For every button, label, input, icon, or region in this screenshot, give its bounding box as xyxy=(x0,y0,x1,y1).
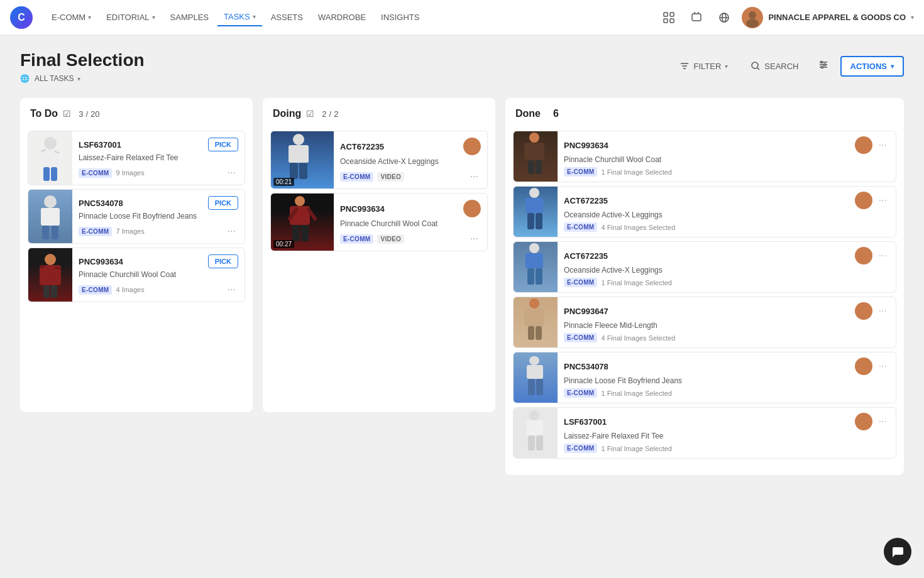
svg-rect-35 xyxy=(43,285,50,298)
nav-editorial[interactable]: EDITORIAL ▾ xyxy=(100,9,161,26)
todo-column: To Do ☑ 3 / 20 xyxy=(20,98,253,412)
tune-icon-btn[interactable] xyxy=(814,55,833,77)
svg-point-13 xyxy=(752,62,758,68)
done-card-1[interactable]: PNC993634 ··· Pinnacle Churchill Wool Co… xyxy=(513,131,896,182)
chevron-down-icon: ▾ xyxy=(88,14,91,21)
nav-ecomm[interactable]: E-COMM ▾ xyxy=(45,9,97,26)
svg-rect-62 xyxy=(536,326,542,340)
svg-rect-38 xyxy=(289,145,309,163)
page-header: Final Selection 🌐 ALL TASKS ▾ FILTER ▾ S… xyxy=(20,50,904,83)
check-icon[interactable]: ☑ xyxy=(306,109,314,119)
todo-card-3[interactable]: PNC993634 PICK Pinnacle Churchill Wool C… xyxy=(28,248,245,302)
card-footer: E-COMM VIDEO ··· xyxy=(340,232,481,246)
more-options-icon[interactable]: ··· xyxy=(225,224,238,238)
video-duration: 00:27 xyxy=(273,240,294,248)
product-image xyxy=(28,131,72,185)
done-card-5[interactable]: PNC534078 ··· Pinnacle Loose Fit Boyfrie… xyxy=(513,352,896,403)
svg-rect-54 xyxy=(536,213,542,229)
nav-tasks[interactable]: TASKS ▾ xyxy=(217,8,262,26)
doing-card-1[interactable]: 00:21 ACT672235 Oceanside Active-X Leggi… xyxy=(270,131,488,189)
nav-assets[interactable]: ASSETS xyxy=(265,9,309,26)
card-meta: 9 Images xyxy=(116,169,144,177)
all-tasks-button[interactable]: 🌐 ALL TASKS ▾ xyxy=(20,74,145,83)
notification-icon-btn[interactable] xyxy=(686,8,707,28)
card-id: LSF637001 xyxy=(79,140,121,150)
more-options-icon[interactable]: ··· xyxy=(876,139,889,151)
avatar xyxy=(855,247,872,264)
more-options-icon[interactable]: ··· xyxy=(225,166,238,180)
chevron-down-icon: ▾ xyxy=(77,75,80,82)
done-card-6[interactable]: LSF637001 ··· Laissez-Faire Relaxed Fit … xyxy=(513,407,896,459)
more-options-icon[interactable]: ··· xyxy=(876,195,889,206)
pick-button[interactable]: PICK xyxy=(208,196,238,210)
card-meta: 4 Images xyxy=(116,286,144,293)
grid-icon-btn[interactable] xyxy=(659,8,679,28)
done-card-name: Oceanside Active-X Leggings xyxy=(564,210,889,219)
done-card-2[interactable]: ACT672235 ··· Oceanside Active-X Legging… xyxy=(513,186,896,237)
ecomm-badge: E-COMM xyxy=(564,278,597,287)
pick-button[interactable]: PICK xyxy=(208,254,238,268)
nav-wardrobe[interactable]: WARDROBE xyxy=(312,9,372,26)
done-card-body: ACT672235 ··· Oceanside Active-X Legging… xyxy=(558,242,896,292)
svg-rect-3 xyxy=(670,19,674,23)
svg-rect-51 xyxy=(529,188,539,198)
filter-button[interactable]: FILTER ▾ xyxy=(672,57,735,75)
card-id: ACT672235 xyxy=(340,142,384,151)
done-card-body: PNC534078 ··· Pinnacle Loose Fit Boyfrie… xyxy=(558,352,896,403)
globe-icon-btn[interactable] xyxy=(714,8,734,28)
page-title: Final Selection xyxy=(20,50,145,70)
done-card-4[interactable]: PNC993647 ··· Pinnacle Fleece Mid-Length… xyxy=(513,297,896,348)
avatar xyxy=(855,357,872,375)
card-name: Oceanside Active-X Leggings xyxy=(340,157,481,166)
svg-rect-61 xyxy=(528,326,534,340)
avatar xyxy=(463,138,481,155)
doing-card-2[interactable]: 00:27 PNC993634 Pinnacle Churchill Wool … xyxy=(270,193,488,251)
done-card-image xyxy=(514,297,558,347)
todo-col-header: To Do ☑ 3 / 20 xyxy=(20,98,253,127)
search-button[interactable]: SEARCH xyxy=(743,57,806,75)
chevron-down-icon: ▾ xyxy=(152,14,155,21)
done-card-meta: 4 Final Images Selected xyxy=(601,224,675,231)
more-options-icon[interactable]: ··· xyxy=(468,170,481,183)
page-content: Final Selection 🌐 ALL TASKS ▾ FILTER ▾ S… xyxy=(0,35,924,490)
ecomm-badge: E-COMM xyxy=(79,168,112,178)
svg-rect-27 xyxy=(44,195,57,208)
card-name: Laissez-Faire Relaxed Fit Tee xyxy=(79,153,238,162)
done-card-body: ACT672235 ··· Oceanside Active-X Legging… xyxy=(558,187,896,237)
more-options-icon[interactable]: ··· xyxy=(876,305,889,317)
card-name: Pinnacle Churchill Wool Coat xyxy=(79,270,238,279)
app-logo[interactable]: C xyxy=(10,6,33,29)
more-options-icon[interactable]: ··· xyxy=(468,232,481,246)
done-card-image xyxy=(514,352,558,403)
done-card-3[interactable]: ACT672235 ··· Oceanside Active-X Legging… xyxy=(513,241,896,293)
done-card-name: Laissez-Faire Relaxed Fit Tee xyxy=(564,432,889,440)
svg-rect-69 xyxy=(528,435,535,450)
todo-card-2[interactable]: PNC534078 PICK Pinnacle Loose Fit Boyfri… xyxy=(28,189,245,244)
done-card-image xyxy=(514,242,558,292)
more-options-icon[interactable]: ··· xyxy=(876,361,889,372)
actions-button[interactable]: ACTIONS ▾ xyxy=(840,56,905,77)
ecomm-badge: E-COMM xyxy=(564,167,597,177)
svg-rect-1 xyxy=(670,13,674,16)
more-options-icon[interactable]: ··· xyxy=(876,416,889,427)
more-options-icon[interactable]: ··· xyxy=(876,250,889,261)
svg-rect-53 xyxy=(527,213,534,229)
done-card-name: Pinnacle Loose Fit Boyfriend Jeans xyxy=(564,376,889,385)
check-icon[interactable]: ☑ xyxy=(63,109,71,119)
nav-insights[interactable]: INSIGHTS xyxy=(375,9,426,26)
card-meta: 7 Images xyxy=(116,227,144,235)
svg-rect-30 xyxy=(52,226,58,239)
svg-rect-48 xyxy=(524,143,544,160)
card-id: PNC993634 xyxy=(340,204,385,214)
more-options-icon[interactable]: ··· xyxy=(225,283,238,297)
svg-rect-28 xyxy=(41,208,60,226)
brand-selector[interactable]: PINNACLE APPAREL & GOODS CO ▾ xyxy=(742,7,914,28)
nav-samples[interactable]: SAMPLES xyxy=(164,9,215,26)
svg-rect-44 xyxy=(301,225,309,241)
chevron-down-icon: ▾ xyxy=(253,13,256,20)
navbar: C E-COMM ▾ EDITORIAL ▾ SAMPLES TASKS ▾ A… xyxy=(0,0,924,35)
todo-card-1[interactable]: LSF637001 PICK Laissez-Faire Relaxed Fit… xyxy=(28,131,245,185)
video-badge: VIDEO xyxy=(377,172,404,182)
pick-button[interactable]: PICK xyxy=(208,138,238,151)
done-card-name: Oceanside Active-X Leggings xyxy=(564,266,889,275)
